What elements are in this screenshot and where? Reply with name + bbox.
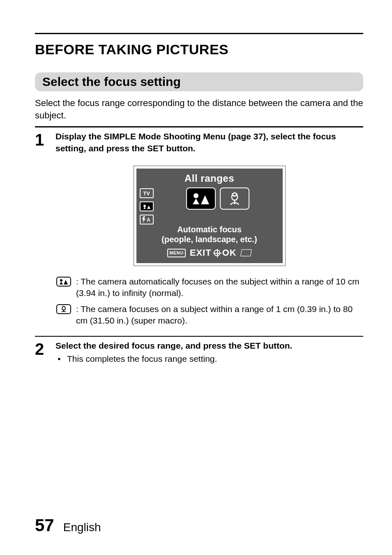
step-2-body: Select the desired focus range, and pres… xyxy=(55,340,363,365)
step-2-bullet-text: This completes the focus range setting. xyxy=(67,353,217,365)
section-heading: Select the focus setting xyxy=(35,72,363,91)
def-macro-icon-wrap xyxy=(55,303,72,327)
step-rule-2 xyxy=(35,336,363,337)
step-2: 2 Select the desired focus range, and pr… xyxy=(35,340,363,365)
screen-caption-line2: (people, landscape, etc.) xyxy=(139,234,280,244)
def-macro: : The camera focuses on a subject within… xyxy=(55,303,363,327)
menu-chip-icon: MENU xyxy=(167,249,185,257)
person-mountain-icon xyxy=(56,277,71,287)
bullet-dot: • xyxy=(55,353,63,365)
section-lead: Select the focus range corresponding to … xyxy=(35,97,363,121)
tulip-icon xyxy=(225,191,244,206)
step-2-number: 2 xyxy=(35,340,55,365)
step-1-number: 1 xyxy=(35,131,55,331)
step-1-text: Display the SIMPLE Mode Shooting Menu (p… xyxy=(55,132,336,153)
def-normal-desc: The camera automatically focuses on the … xyxy=(76,277,359,298)
person-mountain-icon xyxy=(190,191,212,206)
camera-screen-inner: All ranges TV A xyxy=(136,169,283,263)
step-2-text: Select the desired focus range, and pres… xyxy=(55,340,363,352)
joystick-icon xyxy=(214,250,220,256)
def-normal-text: : The camera automatically focuses on th… xyxy=(76,276,363,299)
focus-definitions: : The camera automatically focuses on th… xyxy=(55,276,363,326)
page-number: 57 xyxy=(35,516,54,535)
step-1-body: Display the SIMPLE Mode Shooting Menu (p… xyxy=(55,131,363,331)
top-rule xyxy=(35,33,363,34)
page-flag-icon xyxy=(240,249,252,257)
tv-mode-icon: TV xyxy=(140,188,154,198)
def-macro-text: : The camera focuses on a subject within… xyxy=(76,303,363,327)
screen-side-icons: TV A xyxy=(136,187,156,224)
svg-point-3 xyxy=(60,279,62,282)
focus-options xyxy=(156,187,283,212)
focus-option-macro[interactable] xyxy=(220,187,249,210)
page-footer: 57 English xyxy=(35,516,101,535)
ok-text: OK xyxy=(222,247,237,259)
screen-row: TV A xyxy=(136,187,283,224)
svg-point-2 xyxy=(194,193,198,198)
def-normal-icon-wrap xyxy=(55,276,72,299)
def-normal: : The camera automatically focuses on th… xyxy=(55,276,363,299)
flash-auto-icon: A xyxy=(140,215,154,224)
tulip-icon xyxy=(56,304,71,314)
screen-footer: MENU EXIT OK xyxy=(136,246,283,261)
svg-text:A: A xyxy=(147,217,150,223)
page-title: BEFORE TAKING PICTURES xyxy=(35,42,363,58)
page: BEFORE TAKING PICTURES Select the focus … xyxy=(0,0,392,555)
screen-title: All ranges xyxy=(136,169,283,187)
step-2-bullet: • This completes the focus range setting… xyxy=(55,353,363,365)
page-language: English xyxy=(63,521,101,534)
step-rule xyxy=(35,126,363,127)
camera-screen-wrap: All ranges TV A xyxy=(55,166,363,266)
steps: 1 Display the SIMPLE Mode Shooting Menu … xyxy=(35,126,363,365)
screen-caption-line1: Automatic focus xyxy=(139,224,280,234)
focus-option-normal[interactable] xyxy=(186,187,216,210)
def-macro-desc: The camera focuses on a subject within a… xyxy=(76,304,353,325)
exit-text: EXIT xyxy=(190,247,212,259)
focus-mode-icon xyxy=(140,201,154,211)
exit-label: EXIT OK xyxy=(190,247,237,259)
camera-screen: All ranges TV A xyxy=(134,166,286,266)
step-1: 1 Display the SIMPLE Mode Shooting Menu … xyxy=(35,131,363,331)
section-heading-text: Select the focus setting xyxy=(42,75,181,88)
screen-caption: Automatic focus (people, landscape, etc.… xyxy=(136,224,283,246)
